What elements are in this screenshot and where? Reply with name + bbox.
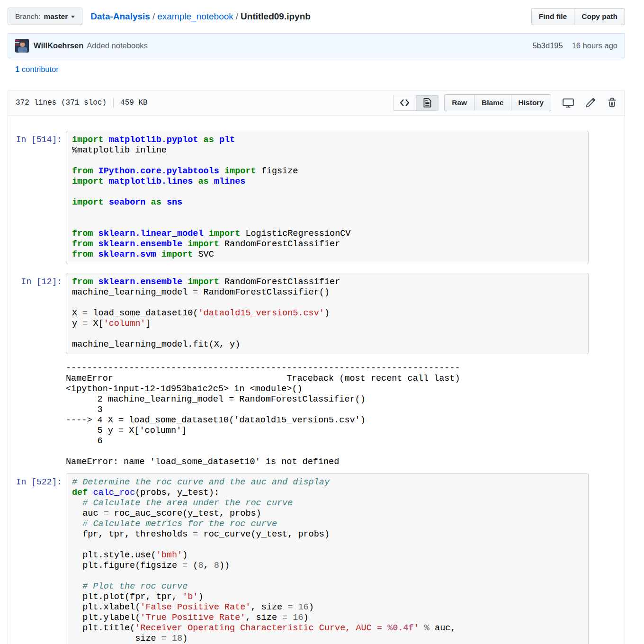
- avatar[interactable]: [15, 39, 29, 53]
- file-size: 459 KB: [120, 98, 148, 107]
- code-line: plt.xlabel('False Positive Rate', size =…: [72, 602, 582, 613]
- breadcrumb-dir-link[interactable]: example_notebook: [157, 11, 233, 21]
- branch-selector-button[interactable]: Branch: master: [8, 8, 82, 25]
- output-line: ----> 4 X = load_some_dataset10('dataold…: [66, 415, 589, 426]
- monitor-icon: [563, 98, 574, 108]
- code-line: plt.figure(figsize = (8, 8)): [72, 561, 582, 571]
- file-header-bar: 372 lines (371 sloc) 459 KB: [8, 90, 625, 116]
- notebook-code-cell: In [12]:from sklearn.ensemble import Ran…: [16, 273, 625, 354]
- code-line: from sklearn.ensemble import RandomFores…: [72, 277, 582, 287]
- cell-prompt: In [12]:: [16, 273, 66, 286]
- notebook-code-cell: In [514]:import matplotlib.pyplot as plt…: [16, 131, 625, 264]
- code-line: [72, 329, 582, 340]
- code-line: %matplotlib inline: [72, 145, 582, 156]
- commit-time: 16 hours ago: [572, 41, 617, 50]
- code-line: # Calculate the area under the roc curve: [72, 498, 582, 509]
- file-navigation: Branch: master Data-Analysis/example_not…: [8, 8, 625, 25]
- raw-button[interactable]: Raw: [444, 94, 474, 111]
- raw-blame-history-group: Raw Blame History: [444, 94, 551, 111]
- code-line: import seaborn as sns: [72, 197, 582, 208]
- output-line: 2 machine_learning_model = RandomForestC…: [66, 394, 589, 405]
- branch-name: master: [44, 12, 68, 21]
- notebook-code-cell: In [522]:# Determine the roc curve and t…: [16, 473, 625, 644]
- copy-path-button[interactable]: Copy path: [574, 8, 625, 25]
- code-line: plt.style.use('bmh'): [72, 550, 582, 561]
- blob-view-toggle: [393, 95, 438, 111]
- display-rich-diff-button[interactable]: [563, 98, 574, 108]
- code-area[interactable]: import matplotlib.pyplot as plt%matplotl…: [66, 131, 589, 264]
- code-line: import matplotlib.lines as mlines: [72, 177, 582, 187]
- cell-prompt: In [514]:: [16, 131, 66, 144]
- contributor-count: 1: [15, 65, 19, 73]
- delete-file-button[interactable]: [607, 98, 617, 108]
- code-line: fpr, tpr, thresholds = roc_curve(y_test,…: [72, 529, 582, 540]
- output-line: 3: [66, 405, 589, 415]
- code-line: def calc_roc(probs, y_test):: [72, 488, 582, 498]
- trash-icon: [607, 98, 617, 108]
- code-line: plt.title('Receiver Operating Characteri…: [72, 623, 582, 634]
- code-line: y = X['column']: [72, 319, 582, 329]
- code-line: from sklearn.svm import SVC: [72, 250, 582, 260]
- code-line: [72, 218, 582, 229]
- output-line: 6: [66, 436, 589, 447]
- code-line: [72, 571, 582, 581]
- breadcrumb: Data-Analysis/example_notebook/Untitled0…: [90, 11, 311, 22]
- file-nav-actions: Find file Copy path: [531, 8, 625, 25]
- code-brackets-icon: [400, 99, 410, 107]
- code-line: [72, 156, 582, 166]
- pencil-icon: [585, 98, 596, 108]
- history-button[interactable]: History: [511, 94, 551, 111]
- output-line: NameError: name 'load_some_dataset10' is…: [66, 457, 589, 467]
- find-file-button[interactable]: Find file: [531, 8, 574, 25]
- file-info-divider: [113, 98, 114, 107]
- file-blob-container: 372 lines (371 sloc) 459 KB: [8, 90, 625, 644]
- code-line: [72, 298, 582, 308]
- output-line: NameError Traceback (most recent call la…: [66, 374, 589, 384]
- file-info: 372 lines (371 sloc) 459 KB: [16, 98, 148, 107]
- code-line: from IPython.core.pylabtools import figs…: [72, 166, 582, 177]
- breadcrumb-separator: /: [233, 11, 241, 21]
- breadcrumb-filename: Untitled09.ipynb: [241, 11, 311, 21]
- code-line: # Calculate metrics for the roc curve: [72, 519, 582, 529]
- document-icon: [423, 98, 431, 107]
- breadcrumb-separator: /: [150, 11, 157, 21]
- code-line: import matplotlib.pyplot as plt: [72, 135, 582, 145]
- code-line: plt.plot(fpr, tpr, 'b'): [72, 592, 582, 602]
- code-area[interactable]: from sklearn.ensemble import RandomFores…: [66, 273, 589, 354]
- file-view-page: Branch: master Data-Analysis/example_not…: [0, 0, 644, 644]
- code-line: [72, 540, 582, 550]
- contributors-link[interactable]: 1 contributor: [15, 65, 59, 74]
- output-line: [66, 447, 589, 457]
- branch-label: Branch:: [15, 12, 40, 21]
- code-line: # Plot the roc curve: [72, 581, 582, 592]
- edit-file-button[interactable]: [585, 98, 596, 108]
- file-lines-count: 372 lines (371 sloc): [16, 98, 107, 107]
- source-view-button[interactable]: [394, 95, 416, 110]
- code-line: from sklearn.ensemble import RandomFores…: [72, 239, 582, 250]
- caret-down-icon: [71, 16, 75, 18]
- rendered-view-button[interactable]: [416, 95, 438, 110]
- cell-prompt: In [522]:: [16, 473, 66, 487]
- file-actions: Raw Blame History: [393, 94, 617, 111]
- code-line: auc = roc_auc_score(y_test, probs): [72, 509, 582, 519]
- commit-sha-link[interactable]: 5b3d195: [532, 41, 563, 50]
- code-line: X = load_some_dataset10('dataold15_versi…: [72, 308, 582, 319]
- blame-button[interactable]: Blame: [474, 94, 511, 111]
- notebook: In [514]:import matplotlib.pyplot as plt…: [8, 116, 625, 644]
- commit-author-link[interactable]: WillKoehrsen: [34, 41, 83, 50]
- breadcrumb-repo-link[interactable]: Data-Analysis: [90, 11, 150, 21]
- code-line: size = 18): [72, 634, 582, 644]
- latest-commit-bar: WillKoehrsen Added notebooks 5b3d195 16 …: [8, 33, 625, 58]
- commit-message-link[interactable]: Added notebooks: [87, 41, 147, 50]
- output-line: 5 y = X['column']: [66, 426, 589, 436]
- output-line: <ipython-input-12-1d953ba1c2c5> in <modu…: [66, 384, 589, 394]
- output-area: ----------------------------------------…: [66, 359, 589, 467]
- code-line: plt.ylabel('True Positive Rate', size = …: [72, 613, 582, 623]
- code-line: from sklearn.linear_model import Logisti…: [72, 229, 582, 239]
- cell-output-row: ----------------------------------------…: [16, 359, 625, 467]
- code-line: machine_learning_model.fit(X, y): [72, 340, 582, 350]
- contributor-label: contributor: [22, 65, 59, 73]
- code-line: [72, 187, 582, 197]
- code-area[interactable]: # Determine the roc curve and the auc an…: [66, 473, 589, 644]
- code-line: [72, 208, 582, 218]
